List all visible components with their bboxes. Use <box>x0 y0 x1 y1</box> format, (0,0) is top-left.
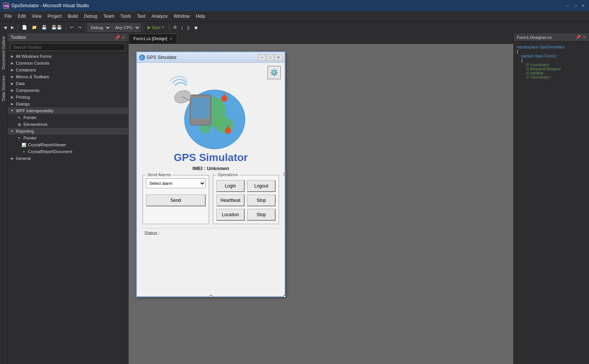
wpf-interop-arrow: ▼ <box>10 108 14 113</box>
toolbox-header-icons: 📌 ✕ <box>115 35 125 40</box>
menu-analyze[interactable]: Analyze <box>149 12 171 20</box>
toolbox-section-all-windows-forms[interactable]: ▶ All Windows Forms <box>8 53 128 60</box>
menu-project[interactable]: Project <box>45 12 65 20</box>
common-controls-label: Common Controls <box>16 61 50 65</box>
menu-build[interactable]: Build <box>65 12 81 20</box>
toolbar-separator-4 <box>143 24 143 31</box>
toolbox-search-input[interactable] <box>11 43 125 51</box>
close-button[interactable]: ✕ <box>580 3 586 9</box>
toolbox-section-menus-toolbars[interactable]: ▶ Menus & Toolbars <box>8 73 128 80</box>
general-arrow: ▶ <box>10 156 14 161</box>
toolbox-content: ▶ All Windows Forms ▶ Common Controls ▶ … <box>8 53 128 364</box>
code-comment-3: /// variable. <box>517 71 586 75</box>
toolbox-item-element-host[interactable]: ⊞ ElementHost <box>8 121 128 128</box>
svg-rect-20 <box>192 98 209 119</box>
toolbox-item-crystal-report-document[interactable]: ✦ CrystalReportDocument <box>8 148 128 155</box>
menu-edit[interactable]: Edit <box>15 12 29 20</box>
toolbox-section-reporting[interactable]: ▼ Reporting <box>8 128 128 135</box>
operations-legend: Operations <box>216 172 240 177</box>
toolbox-section-general[interactable]: ▶ General <box>8 155 128 162</box>
menu-test[interactable]: Test <box>134 12 149 20</box>
toolbar-misc-1[interactable]: ⚙ <box>171 23 179 32</box>
common-controls-arrow: ▶ <box>10 61 14 65</box>
form-minimize-btn[interactable]: ─ <box>258 54 266 61</box>
tab-form1-design[interactable]: Form1.cs [Design] ✕ <box>129 34 177 43</box>
cpu-dropdown[interactable]: Any CPU <box>112 23 141 32</box>
toolbox-item-crystal-report-viewer[interactable]: 📊 CrystalReportViewer <box>8 141 128 148</box>
logout-button[interactable]: Logout <box>247 180 276 192</box>
redo-button[interactable]: ↪ <box>76 23 83 32</box>
resize-handle-bottom[interactable] <box>210 295 212 297</box>
new-project-button[interactable]: 📄 <box>20 23 29 32</box>
element-host-label: ElementHost <box>23 122 47 127</box>
start-button[interactable]: ▶ Start ▼ <box>145 23 167 32</box>
minimize-button[interactable]: ─ <box>565 3 571 9</box>
tab-bar: Form1.cs [Design] ✕ <box>129 33 513 44</box>
toolbox-section-printing[interactable]: ▶ Printing <box>8 94 128 101</box>
right-panel-title: Form1.Designer.cs <box>517 35 552 40</box>
status-label: Status : <box>144 231 160 236</box>
form-title: GPS Simulator <box>147 55 257 60</box>
menu-help[interactable]: Help <box>193 12 208 20</box>
form-maximize-btn[interactable]: □ <box>267 54 274 61</box>
toolbar-misc-4[interactable]: ⏹ <box>192 23 200 32</box>
toolbox-item-wpf-pointer[interactable]: ↖ Pointer <box>8 114 128 121</box>
form1-design-tab-close[interactable]: ✕ <box>169 37 172 41</box>
undo-button[interactable]: ↩ <box>68 23 75 32</box>
gps-simulator-form[interactable]: G GPS Simulator ─ □ ✕ ⚙️ <box>136 51 285 297</box>
login-button[interactable]: Login <box>216 180 245 192</box>
toolbox-section-wpf-interop[interactable]: ▼ WPF Interoperability <box>8 107 128 114</box>
location-button[interactable]: Location <box>216 209 245 221</box>
toolbox-pin-icon[interactable]: 📌 <box>115 35 120 40</box>
menus-toolbars-label: Menus & Toolbars <box>16 74 49 79</box>
open-button[interactable]: 📁 <box>30 23 39 32</box>
toolbox-close-icon[interactable]: ✕ <box>122 35 125 40</box>
forward-button[interactable]: ▶ <box>9 23 16 32</box>
menu-tools[interactable]: Tools <box>118 12 134 20</box>
save-button[interactable]: 💾 <box>40 23 49 32</box>
location-stop-button[interactable]: Stop <box>247 209 276 221</box>
heartbeat-stop-button[interactable]: Stop <box>247 194 276 206</box>
menu-view[interactable]: View <box>29 12 45 20</box>
menu-window[interactable]: Window <box>170 12 193 20</box>
main-content: Document Outline Data Sources Toolbox 📌 … <box>0 33 589 364</box>
operations-grid: Login Logout Heartbeat Stop Location Sto… <box>216 180 276 221</box>
menu-file[interactable]: File <box>2 12 15 20</box>
code-comment-4: /// </summary> <box>517 75 586 79</box>
toolbar-misc-2[interactable]: | <box>180 23 184 32</box>
back-button[interactable]: ◀ <box>2 23 8 32</box>
toolbox-item-reporting-pointer[interactable]: ↖ Pointer <box>8 135 128 141</box>
data-sources-tab[interactable]: Data Sources <box>0 73 7 104</box>
form-close-btn[interactable]: ✕ <box>275 54 282 61</box>
designer-canvas[interactable]: G GPS Simulator ─ □ ✕ ⚙️ <box>129 44 513 364</box>
alarm-select-dropdown[interactable]: Select alarm SOS Low Battery Speeding <box>146 178 206 188</box>
form1-design-tab-label: Form1.cs [Design] <box>133 36 167 41</box>
toolbox-section-containers[interactable]: ▶ Containers <box>8 67 128 73</box>
right-panel-close[interactable]: ✕ <box>583 35 586 40</box>
right-panel: Form1.Designer.cs 📌 ✕ namespace GpsSimul… <box>513 33 589 364</box>
crystal-report-viewer-icon: 📊 <box>21 142 26 147</box>
menu-team[interactable]: Team <box>100 12 117 20</box>
globe-svg <box>169 67 253 150</box>
toolbox-section-components[interactable]: ▶ Components <box>8 87 128 94</box>
save-all-button[interactable]: 💾💾 <box>50 23 64 32</box>
vs-icon: VS <box>3 3 9 9</box>
settings-button[interactable]: ⚙️ <box>267 66 281 79</box>
right-panel-pin[interactable]: 📌 <box>576 35 581 40</box>
heartbeat-button[interactable]: Heartbeat <box>216 194 245 206</box>
toolbox-section-data[interactable]: ▶ Data <box>8 80 128 87</box>
operations-panel: Operations Login Logout Heartbeat Stop L… <box>213 175 279 224</box>
toolbar-separator-5 <box>169 24 169 31</box>
toolbox-section-dialogs[interactable]: ▶ Dialogs <box>8 101 128 107</box>
maximize-button[interactable]: □ <box>572 3 578 9</box>
debug-config-dropdown[interactable]: Debug <box>87 23 111 32</box>
resize-handle-right[interactable] <box>284 173 286 175</box>
document-outline-tab[interactable]: Document Outline <box>0 33 7 73</box>
send-alarm-button[interactable]: Send <box>146 194 206 206</box>
toolbar-misc-3[interactable]: || <box>185 23 191 32</box>
menu-debug[interactable]: Debug <box>81 12 100 20</box>
toolbox-section-common-controls[interactable]: ▶ Common Controls <box>8 60 128 67</box>
all-windows-forms-arrow: ▶ <box>10 54 14 59</box>
resize-handle-bottom-right[interactable] <box>284 295 286 297</box>
containers-label: Containers <box>16 68 36 72</box>
